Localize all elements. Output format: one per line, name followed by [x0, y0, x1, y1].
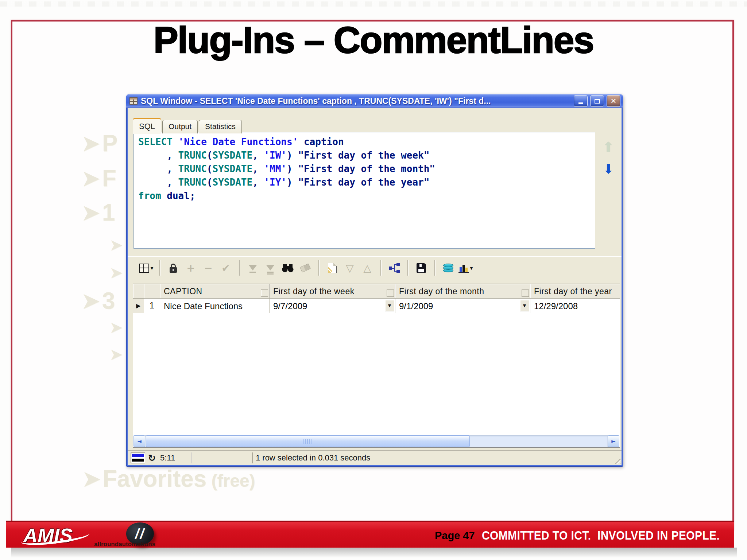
scroll-right-button[interactable]: [608, 435, 619, 447]
grid-corner-header[interactable]: [133, 284, 144, 299]
close-button[interactable]: [607, 95, 620, 107]
watermark-text: Favorites: [103, 466, 207, 492]
grid-view-options-icon[interactable]: ▼: [138, 260, 155, 276]
footer-bar: AMIS // allroundautomations Page 47 COMM…: [6, 521, 734, 548]
edit-data-glyph: [300, 263, 311, 272]
toolbar-separator: [318, 260, 319, 276]
status-bar: 5:11 1 row selected in 0.031 seconds: [128, 450, 622, 465]
grid-cell[interactable]: Nice Date Functions: [160, 299, 270, 313]
window-client-area: SQLOutputStatistics SELECT 'Nice Date Fu…: [128, 108, 622, 465]
bullet-arrow-icon: ➤: [82, 465, 101, 492]
fetch-all-records-icon[interactable]: [262, 260, 279, 276]
indicator-blue-bar: [132, 454, 144, 457]
sort-descending-icon[interactable]: ▽: [341, 260, 358, 276]
window-title: SQL Window - SELECT 'Nice Date Functions…: [141, 96, 571, 106]
bullet-arrow-icon: ➤: [109, 318, 123, 337]
cell-dropdown-button[interactable]: ▼: [385, 300, 394, 311]
sql-code-line: , TRUNC(SYSDATE, 'MM') "First day of the…: [138, 162, 595, 176]
export-results-icon[interactable]: [324, 260, 341, 276]
footer-tagline: COMMITTED TO ICT. INVOLVED IN PEOPLE.: [482, 528, 720, 542]
query-by-example-icon[interactable]: [386, 260, 403, 276]
previous-statement-button[interactable]: ⬆: [603, 141, 614, 154]
column-header[interactable]: CAPTION: [160, 284, 270, 299]
window-icon: [129, 96, 138, 106]
add-record-glyph: +: [186, 262, 195, 274]
grid-cell[interactable]: 9/7/2009▼: [270, 299, 395, 313]
toolbar-separator: [434, 260, 435, 276]
statusbar-separator: [252, 452, 253, 463]
edit-data-icon[interactable]: [297, 260, 314, 276]
session-indicator-icon: [131, 452, 145, 463]
watermark-item: ➤3: [81, 287, 115, 314]
dropdown-caret-icon: ▼: [388, 303, 391, 308]
copy-results-icon[interactable]: [440, 260, 457, 276]
bullet-arrow-icon: ➤: [109, 345, 123, 363]
status-message: 1 row selected in 0.031 seconds: [256, 453, 370, 463]
watermark-item: ➤P: [81, 130, 117, 157]
maximize-icon: [595, 99, 600, 104]
watermark-suffix: (free): [206, 471, 255, 490]
tab-statistics[interactable]: Statistics: [199, 120, 242, 133]
add-record-icon[interactable]: +: [182, 260, 199, 276]
fetch-next-page-icon[interactable]: [244, 260, 261, 276]
maximize-button[interactable]: [590, 95, 604, 107]
bullet-arrow-icon: ➤: [109, 263, 123, 282]
indicator-black-bar: [132, 459, 144, 462]
resize-grip[interactable]: [615, 458, 620, 464]
scrollbar-track[interactable]: [145, 435, 608, 447]
column-header[interactable]: First day of the year: [530, 284, 620, 299]
query-by-example-glyph: [389, 263, 400, 273]
row-number-header[interactable]: [144, 284, 160, 299]
save-results-icon[interactable]: [413, 260, 430, 276]
cell-dropdown-button[interactable]: ▼: [520, 300, 529, 311]
page-number: Page 47: [435, 530, 475, 542]
lock-records-icon[interactable]: [165, 260, 182, 276]
results-grid: CAPTIONFirst day of the weekFirst day of…: [133, 284, 620, 448]
remove-record-icon[interactable]: −: [200, 260, 217, 276]
column-header[interactable]: First day of the month: [395, 284, 530, 299]
copy-results-glyph: [443, 269, 453, 272]
next-statement-button[interactable]: ⬇: [603, 163, 614, 176]
horizontal-scrollbar: [133, 435, 619, 447]
scroll-left-button[interactable]: [133, 435, 145, 447]
sql-editor[interactable]: SELECT 'Nice Date Functions' caption , T…: [133, 132, 595, 249]
column-header[interactable]: First day of the week: [270, 284, 395, 299]
grid-cell[interactable]: 12/29/2008▼: [530, 299, 620, 313]
row-number-cell[interactable]: 1: [144, 299, 160, 313]
window-titlebar[interactable]: SQL Window - SELECT 'Nice Date Functions…: [126, 94, 623, 108]
watermark-item: ➤: [109, 318, 124, 337]
lock-records-glyph: [170, 267, 177, 273]
fetch-all-records-glyph: [266, 265, 274, 275]
watermark-text: P: [102, 130, 118, 156]
sql-editor-code: SELECT 'Nice Date Functions' caption , T…: [138, 135, 595, 203]
scrollbar-thumb[interactable]: [146, 435, 470, 447]
sql-code-line: SELECT 'Nice Date Functions' caption: [138, 135, 595, 149]
fetch-next-page-glyph: [249, 265, 257, 275]
post-changes-glyph: ✔: [221, 262, 230, 274]
row-selector-cell[interactable]: [133, 299, 144, 313]
refresh-icon[interactable]: [148, 453, 156, 463]
report-glyph: [458, 263, 469, 273]
sql-code-line: , TRUNC(SYSDATE, 'IY') "First day of the…: [138, 176, 595, 189]
post-changes-icon[interactable]: ✔: [217, 260, 234, 276]
bullet-arrow-icon: ➤: [81, 287, 101, 314]
dropdown-caret-icon: ▼: [523, 303, 526, 308]
find-icon[interactable]: [279, 260, 296, 276]
amis-logo: AMIS: [23, 524, 73, 547]
dropdown-caret-icon: ▼: [470, 266, 473, 271]
watermark-item: ➤1: [81, 199, 115, 226]
export-results-glyph: [328, 263, 337, 273]
bullet-arrow-icon: ➤: [81, 165, 101, 192]
watermark-item: ➤: [109, 263, 124, 282]
tab-sql[interactable]: SQL: [133, 118, 161, 134]
tab-bar: SQLOutputStatistics: [133, 118, 243, 133]
sort-ascending-glyph: △: [363, 262, 371, 274]
report-icon[interactable]: ▼: [457, 260, 474, 276]
grid-cell[interactable]: 9/1/2009▼: [395, 299, 530, 313]
watermark-item: ➤: [109, 236, 124, 254]
minimize-button[interactable]: [574, 95, 588, 107]
toolbar-separator: [380, 260, 381, 276]
statusbar-separator: [191, 452, 191, 463]
tab-output[interactable]: Output: [162, 120, 198, 133]
sort-ascending-icon[interactable]: △: [359, 260, 376, 276]
